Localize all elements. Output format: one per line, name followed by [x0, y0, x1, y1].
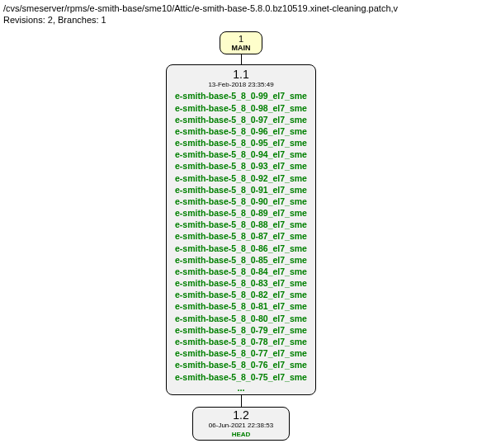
connector-line	[241, 54, 242, 64]
tag-item: e-smith-base-5_8_0-80_el7_sme	[175, 313, 307, 324]
revision-1-timestamp: 13-Feb-2018 23:35:49	[175, 81, 307, 88]
tag-item: e-smith-base-5_8_0-95_el7_sme	[175, 137, 307, 149]
tag-item: e-smith-base-5_8_0-75_el7_sme	[175, 371, 307, 383]
tag-item: e-smith-base-5_8_0-81_el7_sme	[175, 300, 307, 312]
revision-1-box: 1.1 13-Feb-2018 23:35:49 e-smith-base-5_…	[166, 64, 316, 395]
tag-item: e-smith-base-5_8_0-90_el7_sme	[175, 196, 307, 207]
revision-graph: 1 MAIN 1.1 13-Feb-2018 23:35:49 e-smith-…	[3, 31, 479, 441]
tag-item: e-smith-base-5_8_0-97_el7_sme	[175, 114, 307, 125]
tag-item: e-smith-base-5_8_0-96_el7_sme	[175, 125, 307, 137]
tag-item: e-smith-base-5_8_0-94_el7_sme	[175, 149, 307, 160]
connector-line	[241, 395, 242, 407]
tag-ellipsis: ...	[175, 383, 307, 393]
branch-root-box: 1 MAIN	[220, 31, 262, 54]
tag-item: e-smith-base-5_8_0-86_el7_sme	[175, 243, 307, 254]
tag-item: e-smith-base-5_8_0-78_el7_sme	[175, 336, 307, 347]
revision-2-timestamp: 06-Jun-2021 22:38:53	[200, 422, 282, 429]
tag-item: e-smith-base-5_8_0-88_el7_sme	[175, 219, 307, 230]
tag-item: e-smith-base-5_8_0-79_el7_sme	[175, 324, 307, 336]
revision-2-box: 1.2 06-Jun-2021 22:38:53 HEAD	[192, 407, 290, 441]
tag-item: e-smith-base-5_8_0-99_el7_sme	[175, 90, 307, 101]
tag-item: e-smith-base-5_8_0-93_el7_sme	[175, 160, 307, 172]
tag-item: e-smith-base-5_8_0-98_el7_sme	[175, 102, 307, 114]
tag-item: e-smith-base-5_8_0-77_el7_sme	[175, 347, 307, 359]
file-path: /cvs/smeserver/rpms/e-smith-base/sme10/A…	[3, 3, 479, 13]
revision-1-version: 1.1	[175, 68, 307, 81]
tag-item: e-smith-base-5_8_0-87_el7_sme	[175, 230, 307, 242]
tag-item: e-smith-base-5_8_0-84_el7_sme	[175, 266, 307, 277]
branch-number: 1	[225, 34, 257, 44]
tag-item: e-smith-base-5_8_0-83_el7_sme	[175, 277, 307, 289]
branch-label: MAIN	[225, 44, 257, 52]
tag-item: e-smith-base-5_8_0-85_el7_sme	[175, 254, 307, 266]
revision-2-version: 1.2	[200, 409, 282, 422]
tag-item: e-smith-base-5_8_0-76_el7_sme	[175, 359, 307, 370]
tag-item: e-smith-base-5_8_0-89_el7_sme	[175, 207, 307, 219]
revision-info: Revisions: 2, Branches: 1	[3, 15, 479, 25]
tag-item: e-smith-base-5_8_0-91_el7_sme	[175, 184, 307, 196]
head-label: HEAD	[200, 431, 282, 438]
tag-item: e-smith-base-5_8_0-82_el7_sme	[175, 289, 307, 300]
tag-list: e-smith-base-5_8_0-99_el7_smee-smith-bas…	[175, 90, 307, 382]
tag-item: e-smith-base-5_8_0-92_el7_sme	[175, 172, 307, 184]
